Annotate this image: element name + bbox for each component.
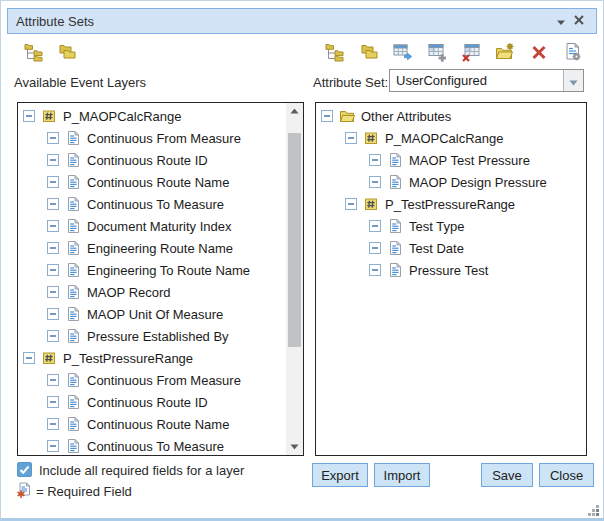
- tree-item[interactable]: P_MAOPCalcRange: [316, 127, 586, 149]
- window-menu-button[interactable]: [552, 12, 570, 30]
- field-icon: [65, 328, 81, 344]
- open-folders-icon: [359, 42, 379, 62]
- tree-item-label: Other Attributes: [361, 109, 451, 124]
- scrollbar-thumb[interactable]: [288, 133, 301, 347]
- open-folders-button[interactable]: [359, 42, 379, 62]
- layer-tree-button[interactable]: [325, 42, 345, 62]
- scroll-down-icon[interactable]: [286, 439, 303, 455]
- open-folders-button[interactable]: [57, 42, 77, 62]
- tree-item-label: Pressure Established By: [87, 329, 229, 344]
- close-button[interactable]: [570, 12, 588, 30]
- tree-item-label: Continuous From Measure: [87, 131, 241, 146]
- collapse-minus-box[interactable]: [345, 198, 357, 210]
- resize-grip[interactable]: [587, 503, 600, 516]
- collapse-minus-box[interactable]: [369, 220, 381, 232]
- tree-item[interactable]: Continuous To Measure: [18, 193, 303, 215]
- collapse-minus-box[interactable]: [47, 308, 59, 320]
- titlebar: Attribute Sets: [7, 8, 597, 34]
- collapse-minus-box[interactable]: [47, 220, 59, 232]
- collapse-minus-box[interactable]: [47, 132, 59, 144]
- available-layers-panel: P_MAOPCalcRangeContinuous From MeasureCo…: [17, 102, 304, 456]
- tree-item[interactable]: Engineering Route Name: [18, 237, 303, 259]
- layer-tree-button[interactable]: [24, 42, 44, 62]
- collapse-minus-box[interactable]: [47, 264, 59, 276]
- collapse-minus-box[interactable]: [47, 242, 59, 254]
- collapse-minus-box[interactable]: [23, 110, 35, 122]
- tree-item-label: Continuous Route Name: [87, 417, 229, 432]
- field-icon: [387, 262, 403, 278]
- collapse-minus-box[interactable]: [47, 330, 59, 342]
- layer-tree-icon: [325, 42, 345, 62]
- attribute-set-tree: Other AttributesP_MAOPCalcRangeMAOP Test…: [316, 103, 586, 281]
- tree-item[interactable]: MAOP Unit Of Measure: [18, 303, 303, 325]
- collapse-minus-box[interactable]: [47, 374, 59, 386]
- table-add-icon: [427, 42, 447, 62]
- collapse-minus-box[interactable]: [47, 176, 59, 188]
- include-required-fields-label: Include all required fields for a layer: [39, 463, 244, 478]
- collapse-minus-box[interactable]: [47, 154, 59, 166]
- table-export-button[interactable]: [393, 42, 413, 62]
- tree-item[interactable]: MAOP Test Pressure: [316, 149, 586, 171]
- field-icon: [65, 196, 81, 212]
- delete-icon: [529, 42, 549, 62]
- tree-item[interactable]: Pressure Established By: [18, 325, 303, 347]
- tree-item[interactable]: Engineering To Route Name: [18, 259, 303, 281]
- import-button[interactable]: Import: [374, 463, 430, 487]
- tree-item[interactable]: Pressure Test: [316, 259, 586, 281]
- collapse-minus-box[interactable]: [369, 176, 381, 188]
- field-icon: [65, 306, 81, 322]
- dropdown-arrow-button[interactable]: [563, 70, 583, 91]
- window-title: Attribute Sets: [16, 14, 552, 29]
- collapse-minus-box[interactable]: [23, 352, 35, 364]
- tree-item-label: Continuous From Measure: [87, 373, 241, 388]
- tree-item[interactable]: Continuous Route ID: [18, 391, 303, 413]
- field-icon: [65, 438, 81, 454]
- export-button[interactable]: Export: [312, 463, 368, 487]
- collapse-minus-box[interactable]: [47, 286, 59, 298]
- tree-item[interactable]: MAOP Design Pressure: [316, 171, 586, 193]
- table-delete-button[interactable]: [461, 42, 481, 62]
- delete-button[interactable]: [529, 42, 549, 62]
- document-settings-button[interactable]: [563, 42, 583, 62]
- tree-item[interactable]: Continuous From Measure: [18, 127, 303, 149]
- collapse-minus-box[interactable]: [369, 264, 381, 276]
- tree-item[interactable]: Continuous Route Name: [18, 171, 303, 193]
- tree-item[interactable]: P_TestPressureRange: [316, 193, 586, 215]
- collapse-minus-box[interactable]: [369, 154, 381, 166]
- collapse-minus-box[interactable]: [47, 396, 59, 408]
- tree-item[interactable]: Continuous Route ID: [18, 149, 303, 171]
- include-required-fields-checkbox[interactable]: [17, 462, 32, 477]
- tree-item[interactable]: P_MAOPCalcRange: [18, 105, 303, 127]
- field-icon: [65, 174, 81, 190]
- collapse-minus-box[interactable]: [345, 132, 357, 144]
- chevron-down-icon: [569, 72, 578, 90]
- table-add-button[interactable]: [427, 42, 447, 62]
- collapse-minus-box[interactable]: [321, 110, 333, 122]
- save-button[interactable]: Save: [481, 463, 533, 487]
- collapse-minus-box[interactable]: [369, 242, 381, 254]
- collapse-minus-box[interactable]: [47, 418, 59, 430]
- tree-item[interactable]: Other Attributes: [316, 105, 586, 127]
- field-icon: [65, 152, 81, 168]
- vertical-scrollbar[interactable]: [286, 103, 303, 455]
- tree-item[interactable]: P_TestPressureRange: [18, 347, 303, 369]
- tree-item[interactable]: MAOP Record: [18, 281, 303, 303]
- attribute-sets-window: Attribute Sets Available Event Layers At…: [0, 0, 604, 521]
- scroll-up-icon[interactable]: [286, 103, 303, 119]
- attribute-set-dropdown[interactable]: UserConfigured: [389, 69, 584, 92]
- tree-item[interactable]: Continuous To Measure: [18, 435, 303, 456]
- available-event-layers-label: Available Event Layers: [14, 75, 146, 90]
- collapse-minus-box[interactable]: [47, 198, 59, 210]
- new-folder-button[interactable]: [495, 42, 515, 62]
- field-icon: [65, 394, 81, 410]
- collapse-minus-box[interactable]: [47, 440, 59, 452]
- tree-item[interactable]: Continuous From Measure: [18, 369, 303, 391]
- tree-item[interactable]: Document Maturity Index: [18, 215, 303, 237]
- close-icon: [573, 12, 585, 30]
- tree-item[interactable]: Continuous Route Name: [18, 413, 303, 435]
- tree-item[interactable]: Test Type: [316, 215, 586, 237]
- checkmark-icon: [19, 461, 30, 479]
- tree-item[interactable]: Test Date: [316, 237, 586, 259]
- close-dialog-button[interactable]: Close: [539, 463, 594, 487]
- attribute-set-value: UserConfigured: [390, 73, 563, 88]
